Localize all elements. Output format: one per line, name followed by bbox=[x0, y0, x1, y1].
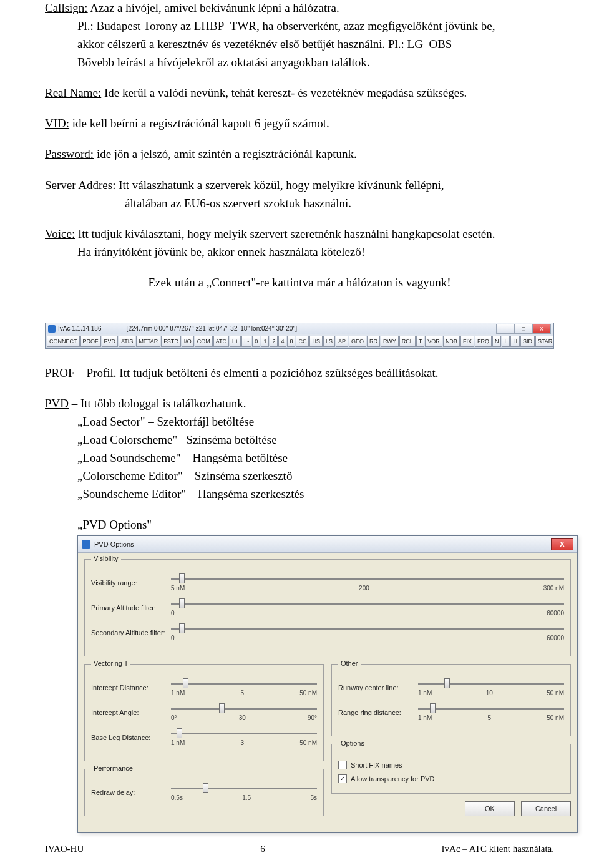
toolbar-pvd-button[interactable]: PVD bbox=[102, 336, 119, 347]
toolbar-com-button[interactable]: COM bbox=[195, 336, 213, 347]
toolbar-t-button[interactable]: T bbox=[416, 336, 425, 347]
performance-slider-0[interactable] bbox=[171, 783, 317, 793]
toolbar-rwy-button[interactable]: RWY bbox=[381, 336, 399, 347]
pvd-list-item: „Colorscheme Editor" – Színséma szerkesz… bbox=[45, 468, 554, 484]
cancel-button[interactable]: Cancel bbox=[521, 801, 571, 816]
short-fix-checkbox[interactable]: Short FIX names bbox=[338, 758, 564, 772]
toolbar-rcl-button[interactable]: RCL bbox=[399, 336, 416, 347]
prof-line: PROF – Profil. Itt tudjuk betölteni és e… bbox=[45, 365, 554, 381]
toolbar-1-button[interactable]: 1 bbox=[261, 336, 269, 347]
toolbar-ls-button[interactable]: LS bbox=[323, 336, 335, 347]
allow-transparency-checkbox[interactable]: ✓ Allow transparency for PVD bbox=[338, 772, 564, 786]
toolbar-2-button[interactable]: 2 bbox=[270, 336, 278, 347]
toolbar-connect-button[interactable]: CONNECT bbox=[47, 336, 80, 347]
vectoring-label-1: Intercept Angle: bbox=[91, 709, 171, 716]
page-footer: IVAO-HU 6 IvAc – ATC klient használata. bbox=[45, 842, 554, 854]
toolbar-frq-button[interactable]: FRQ bbox=[475, 336, 492, 347]
toolbar-fstr-button[interactable]: FSTR bbox=[161, 336, 181, 347]
allow-transparency-label: Allow transparency for PVD bbox=[351, 775, 435, 783]
vectoring-legend: Vectoring T bbox=[91, 660, 130, 667]
server-text: Itt válaszhatunk a szerverek közül, hogy… bbox=[115, 178, 444, 192]
performance-legend: Performance bbox=[91, 764, 135, 772]
toolbar-vor-button[interactable]: VOR bbox=[425, 336, 442, 347]
pvd-options-text: „PVD Options" bbox=[45, 517, 554, 532]
toolbar-prof-button[interactable]: PROF bbox=[80, 336, 101, 347]
toolbar-fix-button[interactable]: FIX bbox=[460, 336, 474, 347]
other-row-0: Runway center line:1 nM1050 nM bbox=[338, 678, 564, 697]
window-titlebar: IvAc 1.1.14.186 - [224.7nm 0'00'' 87°/26… bbox=[46, 323, 553, 334]
minimize-button[interactable]: — bbox=[496, 324, 515, 334]
tick-label: 0 bbox=[171, 610, 175, 617]
performance-label-0: Redraw delay: bbox=[91, 789, 171, 796]
ok-button[interactable]: OK bbox=[465, 801, 515, 816]
toolbar-atis-button[interactable]: ATIS bbox=[119, 336, 135, 347]
visibility-slider-0[interactable] bbox=[171, 573, 564, 583]
performance-group: Performance Redraw delay:0.5s1.55s bbox=[84, 769, 324, 816]
prof-text: – Profil. Itt tudjuk betölteni és elment… bbox=[75, 366, 439, 379]
toolbar-star-button[interactable]: STAR bbox=[535, 336, 553, 347]
toolbar-sid-button[interactable]: SID bbox=[520, 336, 535, 347]
visibility-row-0: Visibility range:5 nM200300 nM bbox=[91, 573, 564, 592]
toolbar-atc-button[interactable]: ATC bbox=[213, 336, 229, 347]
other-slider-1[interactable] bbox=[418, 703, 564, 713]
options-legend: Options bbox=[338, 739, 367, 747]
close-button[interactable]: X bbox=[533, 324, 551, 334]
other-label-1: Range ring distance: bbox=[338, 709, 418, 716]
toolbar-l--button[interactable]: L- bbox=[241, 336, 251, 347]
toolbar-4-button[interactable]: 4 bbox=[278, 336, 286, 347]
toolbar-geo-button[interactable]: GEO bbox=[349, 336, 366, 347]
toolbar-cc-button[interactable]: CC bbox=[296, 336, 309, 347]
vectoring-slider-1[interactable] bbox=[171, 703, 317, 713]
toolbar-hs-button[interactable]: HS bbox=[309, 336, 323, 347]
tick-label: 5 bbox=[240, 690, 244, 696]
toolbar-l+-button[interactable]: L+ bbox=[230, 336, 241, 347]
visibility-slider-1[interactable] bbox=[171, 598, 564, 608]
toolbar-i/o-button[interactable]: I/O bbox=[182, 336, 194, 347]
visibility-group: Visibility Visibility range:5 nM200300 n… bbox=[84, 559, 571, 656]
other-slider-0[interactable] bbox=[418, 678, 564, 688]
checkbox-icon bbox=[338, 761, 347, 769]
maximize-button[interactable]: □ bbox=[515, 324, 533, 334]
window-title: IvAc 1.1.14.186 - bbox=[58, 325, 105, 332]
vectoring-group: Vectoring T Intercept Distance:1 nM550 n… bbox=[84, 664, 324, 761]
toolbar-0-button[interactable]: 0 bbox=[252, 336, 260, 347]
toolbar-rr-button[interactable]: RR bbox=[367, 336, 380, 347]
tick-label: 60000 bbox=[547, 610, 564, 617]
toolbar-metar-button[interactable]: METAR bbox=[136, 336, 160, 347]
tick-label: 90° bbox=[308, 714, 317, 721]
visibility-slider-2[interactable] bbox=[171, 623, 564, 633]
toolbar-l-button[interactable]: L bbox=[502, 336, 510, 347]
vectoring-slider-2[interactable] bbox=[171, 728, 317, 738]
dialog-close-button[interactable]: X bbox=[551, 538, 573, 550]
visibility-row-1: Primary Altitude filter:060000 bbox=[91, 598, 564, 617]
tick-label: 3 bbox=[240, 739, 244, 746]
toolbar-ndb-button[interactable]: NDB bbox=[443, 336, 460, 347]
server-label: Server Addres: bbox=[45, 178, 115, 192]
voice-line: Voice: Itt tudjuk kiválasztani, hogy mel… bbox=[45, 226, 554, 241]
toolbar-h-button[interactable]: H bbox=[510, 336, 520, 347]
visibility-legend: Visibility bbox=[91, 555, 121, 562]
window-buttons: — □ X bbox=[496, 324, 551, 334]
vectoring-label-2: Base Leg Distance: bbox=[91, 734, 171, 741]
tick-label: 1 nM bbox=[171, 690, 185, 696]
visibility-label-0: Visibility range: bbox=[91, 579, 171, 587]
tick-label: 50 nM bbox=[547, 714, 564, 721]
vectoring-slider-0[interactable] bbox=[171, 678, 317, 688]
password-line: Password: ide jön a jelszó, amit szintén… bbox=[45, 146, 554, 162]
toolbar-8-button[interactable]: 8 bbox=[287, 336, 295, 347]
toolbar-n-button[interactable]: N bbox=[492, 336, 502, 347]
toolbar-ap-button[interactable]: AP bbox=[336, 336, 348, 347]
server-line-2: általában az EU6-os szervert szoktuk has… bbox=[45, 195, 554, 211]
realname-text: Ide kerül a valódi nevünk, tehát kereszt… bbox=[101, 86, 467, 99]
pvd-list-item: „Soundscheme Editor" – Hangséma szerkesz… bbox=[45, 486, 554, 502]
tick-label: 200 bbox=[359, 585, 369, 592]
footer-left: IVAO-HU bbox=[45, 844, 84, 854]
dialog-titlebar[interactable]: PVD Options X bbox=[78, 536, 577, 553]
callsign-text: Azaz a hívójel, amivel bekívánunk lépni … bbox=[88, 1, 339, 14]
prof-label: PROF bbox=[45, 366, 75, 379]
visibility-label-1: Primary Altitude filter: bbox=[91, 604, 171, 612]
visibility-label-2: Secondary Altitude filter: bbox=[91, 629, 171, 636]
tick-label: 0.5s bbox=[171, 794, 183, 801]
status-text: [224.7nm 0'00'' 87°/267° z21 lat:047° 32… bbox=[127, 325, 297, 332]
vectoring-row-1: Intercept Angle:0°3090° bbox=[91, 703, 317, 722]
